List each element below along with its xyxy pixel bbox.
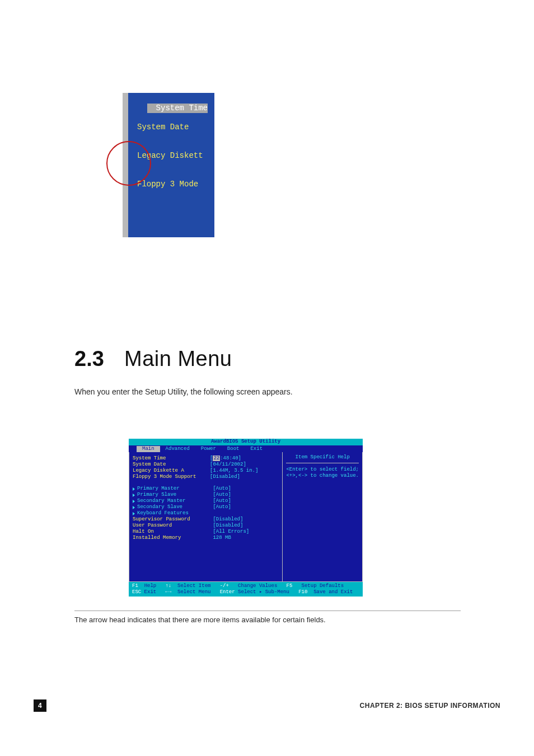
field-label: Keyboard Features <box>137 510 210 516</box>
tab-main[interactable]: Main <box>137 446 160 452</box>
field-system-time[interactable]: System Time [22:48:40] <box>133 456 279 462</box>
submenu-item: Primary Master <box>128 237 214 237</box>
menu-item: System Date <box>128 123 214 132</box>
field-user-password[interactable]: User Password [Disabled] <box>133 523 279 529</box>
page-number: 4 <box>34 699 46 712</box>
field-label: Primary Slave <box>137 492 210 498</box>
bios-tabs: Main Advanced Power Boot Exit <box>129 445 363 452</box>
field-label: Secondary Master <box>137 498 210 504</box>
tab-boot[interactable]: Boot <box>222 446 245 452</box>
footnote-text: The arrow head indicates that there are … <box>74 616 461 624</box>
bios-footer: F1 Help ↑↓ Select Item -/+ Change Values… <box>129 582 363 597</box>
bios-window: AwardBIOS Setup Utility Main Advanced Po… <box>129 439 363 597</box>
bios-detail-selected: System Time <box>147 104 208 113</box>
annotation-circle <box>106 141 151 186</box>
field-value: [04/11/2002] <box>210 462 246 468</box>
field-value: 128 MB <box>213 535 231 541</box>
field-value: [22:48:40] <box>210 456 241 462</box>
field-value: [Auto] <box>213 504 231 510</box>
help-body: <Enter> to select field; <+>,<-> to chan… <box>286 467 359 479</box>
field-label: User Password <box>133 523 210 529</box>
field-installed-memory: Installed Memory 128 MB <box>133 535 279 541</box>
field-floppy3[interactable]: Floppy 3 Mode Support [Disabled] <box>133 474 279 480</box>
footer-line-1: F1 Help ↑↓ Select Item -/+ Change Values… <box>132 583 359 589</box>
field-value: [All Errors] <box>213 529 249 534</box>
field-label: Installed Memory <box>133 535 210 541</box>
tab-power[interactable]: Power <box>195 446 222 452</box>
field-value: [Disabled] <box>213 523 243 528</box>
field-label: System Date <box>133 462 210 468</box>
submenu-primary-slave[interactable]: Primary Slave [Auto] <box>133 492 279 498</box>
field-label: Secondary Slave <box>137 504 210 510</box>
submenu-primary-master[interactable]: Primary Master [Auto] <box>133 486 279 492</box>
submenu-keyboard-features[interactable]: Keyboard Features <box>133 510 279 516</box>
bios-left-pane: System Time [22:48:40] System Date [04/1… <box>129 452 283 582</box>
page-footer: 4 CHAPTER 2: BIOS SETUP INFORMATION <box>34 699 500 712</box>
section-title: Main Menu <box>124 347 232 371</box>
tab-exit[interactable]: Exit <box>245 446 268 452</box>
field-value: [Auto] <box>213 498 231 504</box>
section-description: When you enter the Setup Utility, the fo… <box>74 386 461 397</box>
field-label: Floppy 3 Mode Support <box>133 474 210 480</box>
horizontal-rule <box>74 611 461 611</box>
field-value: [Auto] <box>213 486 231 491</box>
field-system-date[interactable]: System Date [04/11/2002] <box>133 462 279 468</box>
section-number: 2.3 <box>74 347 104 371</box>
help-title: Item Specific Help <box>286 454 359 463</box>
chapter-title: CHAPTER 2: BIOS SETUP INFORMATION <box>360 702 500 710</box>
tab-advanced[interactable]: Advanced <box>160 446 195 452</box>
field-label: Legacy Diskette A <box>133 468 210 474</box>
submenu-secondary-master[interactable]: Secondary Master [Auto] <box>133 498 279 504</box>
field-label: Primary Master <box>137 486 210 492</box>
field-value: [1.44M, 3.5 in.] <box>210 468 258 474</box>
field-legacy-diskette[interactable]: Legacy Diskette A [1.44M, 3.5 in.] <box>133 468 279 474</box>
blank-row <box>128 208 214 218</box>
field-label: System Time <box>133 456 210 462</box>
field-halt-on[interactable]: Halt On [All Errors] <box>133 529 279 535</box>
field-value: [Disabled] <box>210 474 240 480</box>
field-value: [Disabled] <box>213 516 243 522</box>
field-value: [Auto] <box>213 492 231 497</box>
field-label: Halt On <box>133 529 210 535</box>
field-label: Supervisor Password <box>133 516 210 523</box>
field-supervisor-password[interactable]: Supervisor Password [Disabled] <box>133 516 279 523</box>
submenu-secondary-slave[interactable]: Secondary Slave [Auto] <box>133 504 279 510</box>
footer-line-2: ESC Exit ←→ Select Menu Enter Select ▸ S… <box>132 589 359 595</box>
bios-banner: AwardBIOS Setup Utility <box>129 439 363 445</box>
bios-help-pane: Item Specific Help <Enter> to select fie… <box>283 452 363 582</box>
